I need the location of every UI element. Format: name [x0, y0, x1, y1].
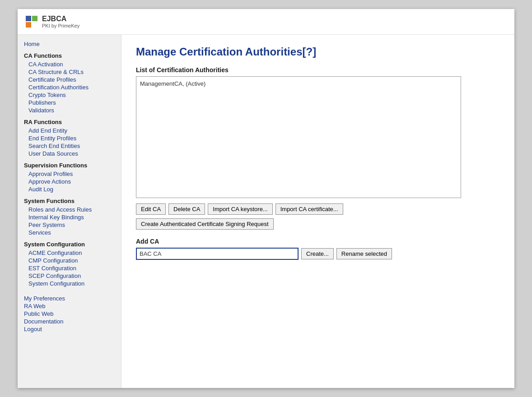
add-ca-input[interactable]	[136, 248, 299, 260]
sidebar-section-ra-functions: RA Functions	[24, 119, 115, 125]
sidebar-ra-items: Add End Entity End Entity Profiles Searc…	[24, 127, 115, 157]
logo-icon	[26, 16, 37, 28]
logo-sq1	[26, 16, 31, 21]
rename-selected-button[interactable]: Rename selected	[336, 248, 392, 259]
logo-block: EJBCA PKI by PrimeKey	[26, 14, 79, 29]
sidebar-item-ca-activation[interactable]: CA Activation	[28, 60, 115, 68]
edit-ca-button[interactable]: Edit CA	[136, 203, 166, 215]
list-section-title: List of Certification Authorities	[136, 66, 500, 74]
sidebar-item-audit-log[interactable]: Audit Log	[28, 185, 115, 193]
sidebar-item-system-config[interactable]: System Configuration	[28, 280, 115, 287]
add-ca-section: Add CA Create... Rename selected	[136, 238, 500, 260]
sidebar-home-link[interactable]: Home	[24, 40, 115, 48]
logo-text: EJBCA PKI by PrimeKey	[42, 14, 79, 29]
sidebar-item-certification-authorities[interactable]: Certification Authorities	[28, 83, 115, 91]
logo-sq2	[32, 16, 37, 21]
header: EJBCA PKI by PrimeKey	[18, 9, 514, 35]
sidebar-section-supervision: Supervision Functions	[24, 162, 115, 169]
logo-subtitle: PKI by PrimeKey	[42, 23, 79, 29]
sidebar-item-internal-key-bindings[interactable]: Internal Key Bindings	[28, 213, 115, 221]
sidebar-item-approval-profiles[interactable]: Approval Profiles	[28, 170, 115, 178]
sidebar-sysconfig-items: ACME Configuration CMP Configuration EST…	[24, 249, 115, 287]
logo-title: EJBCA	[42, 14, 79, 23]
sidebar-item-scep-config[interactable]: SCEP Configuration	[28, 272, 115, 280]
page-title: Manage Certification Authorities[?]	[136, 46, 500, 58]
add-ca-title: Add CA	[136, 238, 500, 245]
sidebar-item-search-end-entities[interactable]: Search End Entities	[28, 142, 115, 150]
sidebar: Home CA Functions CA Activation CA Struc…	[18, 35, 121, 388]
import-certificate-button[interactable]: Import CA certificate...	[275, 203, 343, 215]
sidebar-item-logout[interactable]: Logout	[24, 325, 115, 333]
sidebar-item-services[interactable]: Services	[28, 229, 115, 236]
ca-action-buttons: Edit CA Delete CA Import CA keystore... …	[136, 203, 500, 215]
sidebar-bottom: My Preferences RA Web Public Web Documen…	[24, 295, 115, 333]
ca-list-item[interactable]: ManagementCA, (Active)	[140, 79, 457, 88]
logo-sq3	[26, 22, 31, 28]
sidebar-item-cmp-config[interactable]: CMP Configuration	[28, 257, 115, 264]
sidebar-item-acme-config[interactable]: ACME Configuration	[28, 249, 115, 257]
create-ca-button[interactable]: Create...	[301, 248, 334, 259]
sidebar-item-my-preferences[interactable]: My Preferences	[24, 295, 115, 302]
main-layout: Home CA Functions CA Activation CA Struc…	[18, 35, 514, 388]
sidebar-item-crypto-tokens[interactable]: Crypto Tokens	[28, 91, 115, 99]
import-keystore-button[interactable]: Import CA keystore...	[208, 203, 272, 215]
sidebar-item-certificate-profiles[interactable]: Certificate Profiles	[28, 76, 115, 83]
sidebar-ca-items: CA Activation CA Structure & CRLs Certif…	[24, 60, 115, 114]
sidebar-section-system-config: System Configuration	[24, 241, 115, 248]
sidebar-section-ca-functions: CA Functions	[24, 52, 115, 59]
ca-list-box[interactable]: ManagementCA, (Active)	[136, 76, 461, 198]
create-csr-button[interactable]: Create Authenticated Certificate Signing…	[136, 218, 274, 230]
sidebar-item-ra-web[interactable]: RA Web	[24, 302, 115, 310]
sidebar-item-end-entity-profiles[interactable]: End Entity Profiles	[28, 134, 115, 142]
sidebar-item-est-config[interactable]: EST Configuration	[28, 264, 115, 272]
page-wrapper: EJBCA PKI by PrimeKey Home CA Functions …	[18, 9, 514, 388]
sidebar-item-documentation[interactable]: Documentation	[24, 318, 115, 325]
sidebar-supervision-items: Approval Profiles Approve Actions Audit …	[24, 170, 115, 193]
sidebar-item-roles-access-rules[interactable]: Roles and Access Rules	[28, 206, 115, 213]
delete-ca-button[interactable]: Delete CA	[168, 203, 205, 215]
sidebar-item-publishers[interactable]: Publishers	[28, 99, 115, 106]
add-ca-input-row: Create... Rename selected	[136, 248, 500, 260]
sidebar-item-peer-systems[interactable]: Peer Systems	[28, 221, 115, 229]
sidebar-system-items: Roles and Access Rules Internal Key Bind…	[24, 206, 115, 236]
sidebar-item-approve-actions[interactable]: Approve Actions	[28, 178, 115, 185]
sidebar-item-user-data-sources[interactable]: User Data Sources	[28, 150, 115, 157]
sidebar-item-add-end-entity[interactable]: Add End Entity	[28, 127, 115, 134]
main-content: Manage Certification Authorities[?] List…	[121, 35, 514, 388]
sidebar-item-ca-structure-crls[interactable]: CA Structure & CRLs	[28, 68, 115, 76]
csr-button-row: Create Authenticated Certificate Signing…	[136, 218, 500, 230]
sidebar-item-validators[interactable]: Validators	[28, 106, 115, 114]
sidebar-item-public-web[interactable]: Public Web	[24, 310, 115, 318]
sidebar-section-system-functions: System Functions	[24, 198, 115, 204]
